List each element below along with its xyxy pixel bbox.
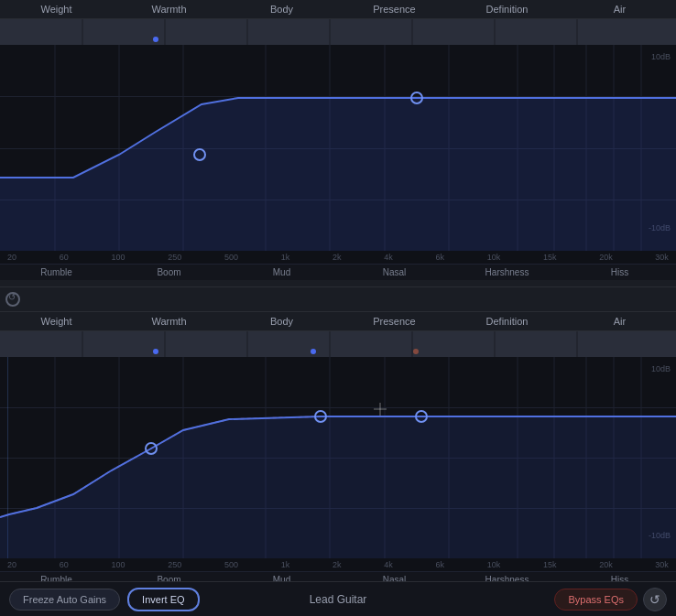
freq-1k-1: 1k xyxy=(281,253,290,262)
svg-point-34 xyxy=(413,349,419,354)
freq-20k-1: 20k xyxy=(599,253,613,262)
freq-header-1: Weight Warmth Body Presence Definition A… xyxy=(0,0,676,19)
bypass-eqs-button[interactable]: Bypass EQs xyxy=(554,589,638,611)
label-mud-1: Mud xyxy=(225,267,338,277)
freq-label-presence-1: Presence xyxy=(338,4,451,15)
piano-bar-2 xyxy=(0,331,676,357)
svg-point-32 xyxy=(153,349,158,354)
freq-30k-1: 30k xyxy=(655,253,669,262)
freq-15k-2: 15k xyxy=(543,560,557,569)
svg-point-9 xyxy=(153,37,158,42)
freq-500-1: 500 xyxy=(224,253,238,262)
freq-1k-2: 1k xyxy=(281,560,290,569)
svg-rect-24 xyxy=(0,331,676,357)
freq-label-presence-2: Presence xyxy=(338,316,451,327)
freq-label-body-2: Body xyxy=(225,316,338,327)
freq-60-1: 60 xyxy=(60,253,69,262)
freq-label-weight-1: Weight xyxy=(0,4,113,15)
freq-10k-1: 10k xyxy=(487,253,501,262)
eq-grid-svg-2 xyxy=(0,357,676,558)
footer-bar: Freeze Auto Gains Invert EQ Lead Guitar … xyxy=(0,581,676,616)
invert-eq-button[interactable]: Invert EQ xyxy=(127,588,199,611)
freeze-auto-gains-button[interactable]: Freeze Auto Gains xyxy=(9,589,120,611)
freq-100-1: 100 xyxy=(111,253,125,262)
svg-point-33 xyxy=(311,349,316,354)
eq-panel-1: Weight Warmth Body Presence Definition A… xyxy=(0,0,676,280)
freq-20-2: 20 xyxy=(7,560,16,569)
freq-10k-2: 10k xyxy=(487,560,501,569)
piano-keys-svg-1: // This is just decoration via SVG rects xyxy=(0,19,676,45)
freq-axis-2: 20 60 100 250 500 1k 2k 4k 6k 10k 15k 20… xyxy=(0,558,676,571)
freq-250-2: 250 xyxy=(168,560,181,569)
freq-label-warmth-2: Warmth xyxy=(113,316,225,327)
freq-6k-1: 6k xyxy=(435,253,444,262)
eq-grid-svg-1 xyxy=(0,45,676,251)
freq-header-2: Weight Warmth Body Presence Definition A… xyxy=(0,312,676,331)
freq-axis-1: 20 60 100 250 500 1k 2k 4k 6k 10k 15k 20… xyxy=(0,251,676,264)
bottom-labels-1: Rumble Boom Mud Nasal Harshness Hiss xyxy=(0,264,676,280)
freq-label-definition-2: Definition xyxy=(451,316,563,327)
freq-100-2: 100 xyxy=(111,560,125,569)
freq-label-air-2: Air xyxy=(563,316,676,327)
freq-label-definition-1: Definition xyxy=(451,4,563,15)
freq-20k-2: 20k xyxy=(599,560,613,569)
freq-label-warmth-1: Warmth xyxy=(113,4,225,15)
settings-icon-button[interactable]: ↺ xyxy=(643,588,667,611)
freq-2k-2: 2k xyxy=(333,560,342,569)
freq-4k-2: 4k xyxy=(384,560,393,569)
freq-30k-2: 30k xyxy=(655,560,669,569)
freq-label-weight-2: Weight xyxy=(0,316,113,327)
freq-label-air-1: Air xyxy=(563,4,676,15)
eq-panel-2: Weight Warmth Body Presence Definition A… xyxy=(0,312,676,588)
label-harshness-1: Harshness xyxy=(451,267,563,277)
piano-keys-svg-2 xyxy=(0,331,676,357)
freq-4k-1: 4k xyxy=(384,253,393,262)
freq-500-2: 500 xyxy=(224,560,238,569)
piano-bar-1: // This is just decoration via SVG rects xyxy=(0,19,676,45)
divider-row xyxy=(0,286,676,312)
freq-2k-1: 2k xyxy=(333,253,342,262)
eq-graph-2[interactable]: 10dB -10dB xyxy=(0,357,676,558)
eq-graph-1[interactable]: 10dB -10dB xyxy=(0,45,676,251)
freq-6k-2: 6k xyxy=(435,560,444,569)
label-rumble-1: Rumble xyxy=(0,267,113,277)
freq-250-1: 250 xyxy=(168,253,181,262)
label-boom-1: Boom xyxy=(113,267,225,277)
label-nasal-1: Nasal xyxy=(338,267,451,277)
label-hiss-1: Hiss xyxy=(563,267,676,277)
track-name-label: Lead Guitar xyxy=(310,593,367,606)
freq-60-2: 60 xyxy=(60,560,69,569)
svg-rect-1 xyxy=(0,19,676,45)
freq-20-1: 20 xyxy=(7,253,16,262)
freq-label-body-1: Body xyxy=(225,4,338,15)
freq-15k-1: 15k xyxy=(543,253,557,262)
sync-icon[interactable] xyxy=(5,292,20,307)
